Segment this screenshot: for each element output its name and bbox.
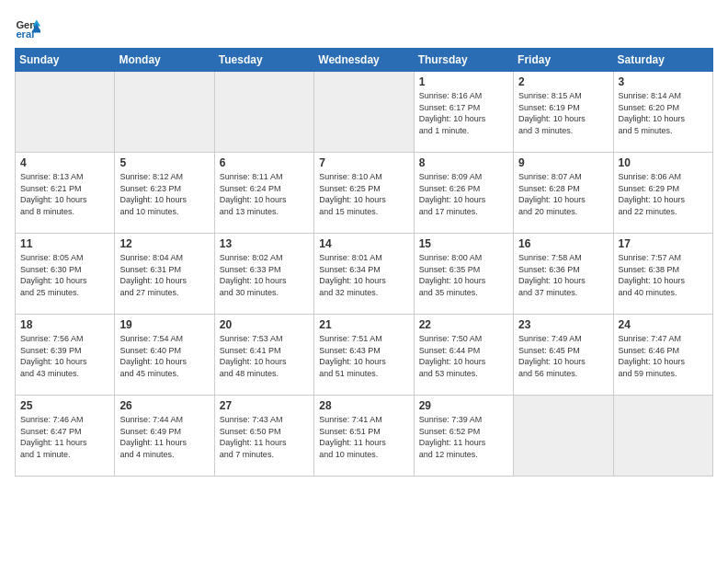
calendar-cell: 8Sunrise: 8:09 AM Sunset: 6:26 PM Daylig… — [414, 153, 513, 234]
day-info: Sunrise: 7:49 AM Sunset: 6:45 PM Dayligh… — [518, 333, 608, 379]
calendar-week-row: 1Sunrise: 8:16 AM Sunset: 6:17 PM Daylig… — [16, 72, 713, 153]
calendar-cell: 27Sunrise: 7:43 AM Sunset: 6:50 PM Dayli… — [214, 396, 313, 477]
calendar-cell: 22Sunrise: 7:50 AM Sunset: 6:44 PM Dayli… — [414, 315, 513, 396]
weekday-header-row: SundayMondayTuesdayWednesdayThursdayFrid… — [16, 49, 713, 72]
calendar-cell: 4Sunrise: 8:13 AM Sunset: 6:21 PM Daylig… — [16, 153, 115, 234]
day-info: Sunrise: 7:44 AM Sunset: 6:49 PM Dayligh… — [119, 414, 209, 460]
day-info: Sunrise: 8:07 AM Sunset: 6:28 PM Dayligh… — [518, 171, 608, 217]
day-number: 12 — [119, 237, 209, 250]
calendar-week-row: 4Sunrise: 8:13 AM Sunset: 6:21 PM Daylig… — [16, 153, 713, 234]
day-info: Sunrise: 8:15 AM Sunset: 6:19 PM Dayligh… — [518, 90, 608, 136]
calendar-cell: 29Sunrise: 7:39 AM Sunset: 6:52 PM Dayli… — [414, 396, 513, 477]
day-number: 14 — [319, 237, 408, 250]
weekday-header: Thursday — [414, 49, 513, 72]
calendar-cell: 2Sunrise: 8:15 AM Sunset: 6:19 PM Daylig… — [514, 72, 613, 153]
weekday-header: Wednesday — [314, 49, 414, 72]
calendar-cell: 11Sunrise: 8:05 AM Sunset: 6:30 PM Dayli… — [16, 234, 115, 315]
calendar-cell — [314, 72, 414, 153]
day-number: 7 — [319, 156, 408, 169]
calendar-cell: 5Sunrise: 8:12 AM Sunset: 6:23 PM Daylig… — [115, 153, 214, 234]
day-number: 1 — [419, 75, 508, 88]
calendar-cell: 9Sunrise: 8:07 AM Sunset: 6:28 PM Daylig… — [514, 153, 613, 234]
day-info: Sunrise: 8:00 AM Sunset: 6:35 PM Dayligh… — [419, 252, 508, 298]
calendar-table: SundayMondayTuesdayWednesdayThursdayFrid… — [15, 48, 713, 477]
day-number: 20 — [220, 318, 309, 331]
calendar-cell: 24Sunrise: 7:47 AM Sunset: 6:46 PM Dayli… — [613, 315, 712, 396]
day-number: 17 — [619, 237, 708, 250]
day-number: 22 — [419, 318, 508, 331]
day-info: Sunrise: 7:57 AM Sunset: 6:38 PM Dayligh… — [619, 252, 708, 298]
calendar-cell: 13Sunrise: 8:02 AM Sunset: 6:33 PM Dayli… — [214, 234, 313, 315]
calendar-cell: 23Sunrise: 7:49 AM Sunset: 6:45 PM Dayli… — [514, 315, 613, 396]
day-info: Sunrise: 8:04 AM Sunset: 6:31 PM Dayligh… — [119, 252, 209, 298]
calendar-cell: 14Sunrise: 8:01 AM Sunset: 6:34 PM Dayli… — [314, 234, 414, 315]
day-number: 26 — [119, 399, 209, 412]
day-info: Sunrise: 8:09 AM Sunset: 6:26 PM Dayligh… — [419, 171, 508, 217]
day-info: Sunrise: 8:11 AM Sunset: 6:24 PM Dayligh… — [220, 171, 309, 217]
day-info: Sunrise: 8:06 AM Sunset: 6:29 PM Dayligh… — [619, 171, 708, 217]
day-number: 2 — [518, 75, 608, 88]
weekday-header: Saturday — [613, 49, 712, 72]
day-info: Sunrise: 8:10 AM Sunset: 6:25 PM Dayligh… — [319, 171, 408, 217]
day-number: 21 — [319, 318, 408, 331]
calendar-cell — [214, 72, 313, 153]
page-header: Gen eral — [15, 15, 713, 40]
day-number: 25 — [20, 399, 109, 412]
logo: Gen eral — [15, 15, 44, 40]
calendar-cell: 1Sunrise: 8:16 AM Sunset: 6:17 PM Daylig… — [414, 72, 513, 153]
calendar-cell: 20Sunrise: 7:53 AM Sunset: 6:41 PM Dayli… — [214, 315, 313, 396]
day-info: Sunrise: 8:01 AM Sunset: 6:34 PM Dayligh… — [319, 252, 408, 298]
day-info: Sunrise: 7:46 AM Sunset: 6:47 PM Dayligh… — [20, 414, 109, 460]
calendar-cell: 17Sunrise: 7:57 AM Sunset: 6:38 PM Dayli… — [613, 234, 712, 315]
day-number: 4 — [20, 156, 109, 169]
day-info: Sunrise: 7:47 AM Sunset: 6:46 PM Dayligh… — [619, 333, 708, 379]
weekday-header: Friday — [514, 49, 613, 72]
day-number: 19 — [119, 318, 209, 331]
day-number: 23 — [518, 318, 608, 331]
day-info: Sunrise: 8:02 AM Sunset: 6:33 PM Dayligh… — [220, 252, 309, 298]
day-number: 29 — [419, 399, 508, 412]
day-info: Sunrise: 7:50 AM Sunset: 6:44 PM Dayligh… — [419, 333, 508, 379]
calendar-cell — [514, 396, 613, 477]
day-number: 13 — [220, 237, 309, 250]
day-number: 28 — [319, 399, 408, 412]
day-number: 11 — [20, 237, 109, 250]
weekday-header: Sunday — [16, 49, 115, 72]
calendar-cell: 25Sunrise: 7:46 AM Sunset: 6:47 PM Dayli… — [16, 396, 115, 477]
calendar-week-row: 18Sunrise: 7:56 AM Sunset: 6:39 PM Dayli… — [16, 315, 713, 396]
calendar-cell: 3Sunrise: 8:14 AM Sunset: 6:20 PM Daylig… — [613, 72, 712, 153]
day-info: Sunrise: 7:54 AM Sunset: 6:40 PM Dayligh… — [119, 333, 209, 379]
calendar-cell: 21Sunrise: 7:51 AM Sunset: 6:43 PM Dayli… — [314, 315, 414, 396]
svg-text:eral: eral — [16, 29, 34, 40]
calendar-cell: 7Sunrise: 8:10 AM Sunset: 6:25 PM Daylig… — [314, 153, 414, 234]
day-number: 27 — [220, 399, 309, 412]
calendar-cell: 12Sunrise: 8:04 AM Sunset: 6:31 PM Dayli… — [115, 234, 214, 315]
day-info: Sunrise: 8:12 AM Sunset: 6:23 PM Dayligh… — [119, 171, 209, 217]
day-info: Sunrise: 7:58 AM Sunset: 6:36 PM Dayligh… — [518, 252, 608, 298]
day-info: Sunrise: 7:56 AM Sunset: 6:39 PM Dayligh… — [20, 333, 109, 379]
calendar-cell: 10Sunrise: 8:06 AM Sunset: 6:29 PM Dayli… — [613, 153, 712, 234]
calendar-cell — [16, 72, 115, 153]
day-number: 6 — [220, 156, 309, 169]
day-info: Sunrise: 8:13 AM Sunset: 6:21 PM Dayligh… — [20, 171, 109, 217]
day-number: 5 — [119, 156, 209, 169]
weekday-header: Tuesday — [214, 49, 313, 72]
day-info: Sunrise: 7:53 AM Sunset: 6:41 PM Dayligh… — [220, 333, 309, 379]
calendar-week-row: 11Sunrise: 8:05 AM Sunset: 6:30 PM Dayli… — [16, 234, 713, 315]
day-info: Sunrise: 7:43 AM Sunset: 6:50 PM Dayligh… — [220, 414, 309, 460]
day-number: 15 — [419, 237, 508, 250]
day-number: 24 — [619, 318, 708, 331]
day-number: 10 — [619, 156, 708, 169]
day-number: 16 — [518, 237, 608, 250]
calendar-cell — [613, 396, 712, 477]
day-info: Sunrise: 7:41 AM Sunset: 6:51 PM Dayligh… — [319, 414, 408, 460]
day-info: Sunrise: 8:14 AM Sunset: 6:20 PM Dayligh… — [619, 90, 708, 136]
day-info: Sunrise: 7:39 AM Sunset: 6:52 PM Dayligh… — [419, 414, 508, 460]
day-number: 3 — [619, 75, 708, 88]
day-info: Sunrise: 8:16 AM Sunset: 6:17 PM Dayligh… — [419, 90, 508, 136]
day-number: 18 — [20, 318, 109, 331]
calendar-cell: 19Sunrise: 7:54 AM Sunset: 6:40 PM Dayli… — [115, 315, 214, 396]
calendar-week-row: 25Sunrise: 7:46 AM Sunset: 6:47 PM Dayli… — [16, 396, 713, 477]
calendar-cell: 16Sunrise: 7:58 AM Sunset: 6:36 PM Dayli… — [514, 234, 613, 315]
calendar-cell: 6Sunrise: 8:11 AM Sunset: 6:24 PM Daylig… — [214, 153, 313, 234]
